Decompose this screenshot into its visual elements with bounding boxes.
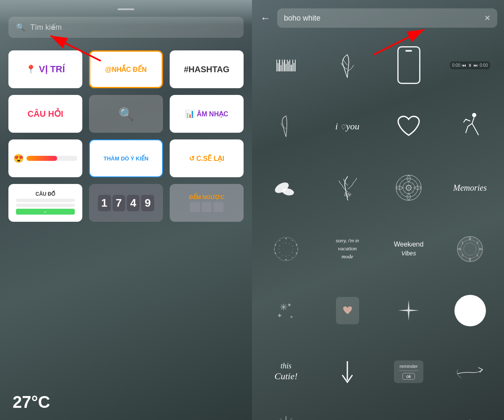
cutie-text: Cutie! (275, 371, 298, 381)
card-heart-container (342, 306, 353, 315)
svg-text:✦: ✦ (289, 314, 294, 320)
week-text: Week (394, 241, 411, 248)
svg-point-20 (274, 237, 298, 261)
result-sparkles[interactable]: ✳ ✦ ✦ ✦ (257, 281, 315, 339)
emoji-poll-row: 😍 (13, 153, 77, 163)
red-arrow-right (370, 21, 454, 59)
svg-point-40 (282, 255, 283, 256)
result-white-circle[interactable] (441, 281, 499, 339)
result-happy-birthday[interactable]: happy birthday (380, 404, 438, 420)
sticker-hashtag[interactable]: #HASHTAG (170, 50, 244, 88)
result-empty-1 (318, 404, 376, 420)
i-love-you-text: i ♡you (335, 121, 359, 132)
sticker-dem-nguoc[interactable]: ĐẾM NGƯỢC (170, 184, 244, 222)
emoji-face-icon: 😍 (13, 153, 24, 163)
result-lace-circle[interactable] (441, 220, 499, 278)
result-lightbulb[interactable] (441, 404, 499, 420)
result-weekend-vibes[interactable]: Week/end Vibes (380, 220, 438, 278)
result-small-leaf[interactable] (257, 97, 315, 155)
svg-point-36 (293, 249, 294, 249)
branch-life-svg: life (336, 173, 359, 202)
cau-do-line1 (16, 199, 75, 202)
checkmark-icon: ✓ (44, 210, 47, 214)
reminder-ok-button[interactable]: ok (402, 373, 415, 380)
branch-arrow-svg (455, 363, 485, 380)
result-petals[interactable] (257, 159, 315, 217)
clear-search-button[interactable]: ✕ (484, 13, 491, 23)
result-reminder[interactable]: reminder ok (380, 343, 438, 401)
result-branch-arrow[interactable] (441, 343, 499, 401)
search-icon-left: 🔍 (16, 23, 25, 32)
small-leaf-svg (278, 114, 294, 139)
result-vertical-branches[interactable] (257, 404, 315, 420)
svg-text:✦: ✦ (277, 312, 282, 319)
dem-block-3 (213, 202, 223, 212)
tham-do-label: THĂM DÒ Ý KIẾN (104, 155, 149, 162)
svg-point-31 (275, 244, 276, 246)
am-nhac-label: ÂM NHẠC (197, 110, 228, 118)
left-panel: 🔍 Tìm kiếm 📍 VỊ TRÍ @NHẮC ĐẾN #HASHTAG (0, 0, 252, 420)
svg-point-30 (274, 249, 275, 249)
result-barcode[interactable] (257, 36, 315, 94)
result-heart[interactable] (380, 97, 438, 155)
result-vacation-mode[interactable]: sorry, i'm in vacation mode (318, 220, 376, 278)
barcode-visual (276, 59, 296, 71)
sticker-emoji-poll[interactable]: 😍 (8, 139, 82, 177)
svg-line-1 (50, 36, 101, 61)
sticker-cau-hoi[interactable]: CÂU HỎI (8, 95, 82, 133)
svg-point-23 (296, 244, 297, 246)
sticker-search[interactable]: 🔍 (89, 95, 163, 133)
search-icon-sticker: 🔍 (118, 107, 134, 121)
svg-point-28 (279, 257, 280, 258)
music-forward-icon: ⏭ (474, 63, 478, 68)
result-i-love-you[interactable]: i ♡you (318, 97, 376, 155)
sorry-text: sorry, i'm in (336, 238, 359, 243)
dots-circle-svg (271, 234, 301, 264)
memories-text: Memories (453, 183, 487, 193)
sticker-results: 0:00 ⏮ ⏸ ⏭ 0:00 i ♡you (252, 33, 504, 420)
result-leaf-branch[interactable] (318, 36, 376, 94)
cau-hoi-label: CÂU HỎI (28, 109, 63, 119)
pin-icon: 📍 (26, 64, 36, 74)
reminder-visual: reminder ok (394, 360, 423, 383)
reminder-label: reminder (399, 364, 418, 369)
sticker-cse-lai[interactable]: ↺ C.SẼ LẠI (170, 139, 244, 177)
result-memories[interactable]: Memories (441, 159, 499, 217)
svg-point-41 (279, 252, 280, 253)
result-this-cutie[interactable]: this Cutie! (257, 343, 315, 401)
svg-text:✦: ✦ (287, 302, 292, 308)
weekend-vibes-text: Week/end Vibes (394, 240, 424, 258)
sticker-cau-do[interactable]: CÂU ĐỐ ✓ (8, 184, 82, 222)
result-arrow-down[interactable] (318, 343, 376, 401)
drag-handle-left[interactable] (118, 8, 134, 10)
back-button[interactable]: ← (259, 10, 272, 26)
mandala-svg (394, 173, 423, 202)
sticker-timer[interactable]: 1 7 4 9 (89, 184, 163, 222)
result-star4[interactable] (380, 281, 438, 339)
result-card[interactable] (318, 281, 376, 339)
svg-point-21 (286, 238, 287, 239)
result-dots-circle[interactable] (257, 220, 315, 278)
you-text: you (346, 121, 360, 131)
mode-text: mode (341, 253, 353, 260)
result-branch-life[interactable]: life (318, 159, 376, 217)
leaf-branch-svg (337, 50, 358, 80)
vibes-text: Vibes (402, 250, 416, 257)
timer-hour1: 1 (98, 195, 110, 211)
svg-point-32 (279, 240, 280, 241)
music-rewind-icon: ⏮ (462, 63, 466, 68)
svg-text:life: life (344, 191, 351, 197)
music-time-right: 0:00 (480, 63, 488, 68)
result-runner[interactable] (441, 97, 499, 155)
vertical-branches-svg (276, 414, 297, 420)
result-mandala[interactable] (380, 159, 438, 217)
svg-point-22 (292, 240, 293, 241)
i-text: i (335, 121, 338, 131)
sticker-am-nhac[interactable]: 📊 ÂM NHẠC (170, 95, 244, 133)
svg-point-25 (296, 253, 297, 254)
poll-bar (26, 156, 77, 161)
dem-block-2 (202, 202, 212, 212)
runner-svg (459, 112, 480, 141)
sticker-tham-do[interactable]: THĂM DÒ Ý KIẾN (89, 139, 163, 177)
petals-svg (273, 175, 299, 200)
